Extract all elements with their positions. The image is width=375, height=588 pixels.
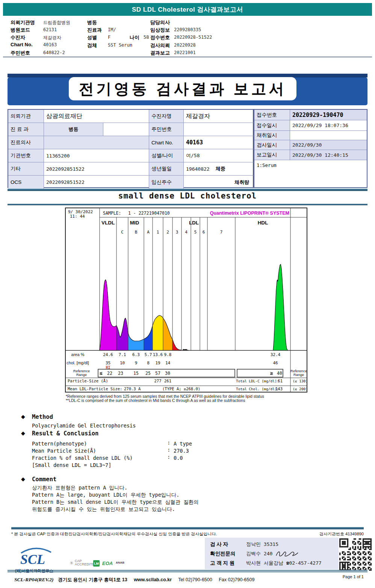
page-number: Page 1 of 1 xyxy=(343,574,364,579)
diamond-icon: ◆ xyxy=(21,476,25,482)
footer-rule xyxy=(8,571,367,572)
band-fill-LDL-2 xyxy=(163,318,172,350)
signer-label: 고 객 지 원 xyxy=(210,560,246,567)
lab-number-label: 검사기관번호 xyxy=(319,532,344,536)
signer-value: 김백수 240 xyxy=(246,550,272,557)
area-row-label: area % xyxy=(71,352,85,357)
result-note: [Small dense LDL = LDL3~7] xyxy=(32,462,111,468)
signature xyxy=(275,549,299,558)
comment-line: Pattern B는 small dense LDL이 우세한 type으로 심… xyxy=(32,499,199,506)
chart-frame xyxy=(65,208,307,392)
scl-logo-graphic: SCL xyxy=(15,547,57,567)
band-label: 6 xyxy=(203,230,205,235)
footer-address-line: SCL-RP04(REV.2) 경기도 용인시 기흥구 흥덕1로 13 www.… xyxy=(14,577,254,583)
mean-size-type: (TYPE A; ≥268.0) xyxy=(162,386,200,391)
lm-icon: LM xyxy=(93,560,100,567)
method-heading: Method xyxy=(32,414,53,420)
ref-row-label: Range xyxy=(293,373,304,377)
chol-value: 35 xyxy=(106,361,110,365)
ref-value: 25 xyxy=(145,371,151,376)
lab-number-value: 41349890 xyxy=(345,532,364,536)
report-page: SD LDL Cholesterol 검사결과보고서 의뢰기관명드림종합병원병원… xyxy=(0,0,375,588)
ref-value: 57 xyxy=(155,371,160,376)
area-value: 7.1 xyxy=(119,352,126,357)
ref-value: 40 xyxy=(277,371,282,376)
result-row-label: Mean Particle Size(Å) xyxy=(32,448,96,454)
comment-heading: Comment xyxy=(32,476,56,483)
mean-size-value: 270.3 A xyxy=(124,386,141,391)
ref-prefix: ≥ xyxy=(270,370,273,376)
chol-value: 14 xyxy=(165,361,171,365)
footer-rule xyxy=(8,570,367,571)
flag-hi: HI xyxy=(106,365,110,370)
lab-number: 검사기관번호 41349890 xyxy=(319,531,364,537)
band-label: 5 xyxy=(194,230,197,235)
ref-value: 30 xyxy=(165,371,170,376)
lm-mark: LM xyxy=(93,560,100,567)
area-value: 32.4 xyxy=(271,352,281,357)
chol-value: 46 xyxy=(273,361,278,365)
method-body: Polyacrylamide Gel Electrophoresis xyxy=(32,423,136,429)
chol-row-label: chol. [mg/dl] xyxy=(67,361,89,365)
group-label: VLDL xyxy=(101,220,115,226)
result-heading: Result & Conclusion xyxy=(32,430,98,437)
result-row-label: Pattern(phenotype) xyxy=(32,441,87,447)
result-row-value: 270.3 xyxy=(174,448,189,454)
band-label: C xyxy=(121,230,124,235)
comment-line: 위험도를 증가시킬 수 있는 위험인자로 보고되고 있습니다. xyxy=(32,506,175,513)
qr-code xyxy=(339,538,372,572)
ref-value: 23 xyxy=(118,371,123,376)
ref-row-label: Range xyxy=(76,373,87,377)
signer-value: 박사현 서울강남 ☎02-457-4277 xyxy=(246,560,322,567)
scl-org-name: (재)서울의과학연구소 xyxy=(15,568,57,574)
total-chol-label: Total Chol. [mg/dl]: xyxy=(236,387,279,391)
mean-size-label: Mean LDL-Particle Size: xyxy=(68,386,122,391)
signer-label: 확인전문의 xyxy=(210,550,246,557)
particle-size-value: 277 xyxy=(154,379,162,383)
signer-row: 검 사 자 정낙민 35315 xyxy=(210,540,339,549)
anab-mark: ANAB xyxy=(116,561,124,564)
band-label: 4 xyxy=(185,230,188,235)
sample-id: 1 - 227219047010 xyxy=(128,211,170,216)
result-row-label: Fraction % of small dense LDL (%) xyxy=(32,455,133,461)
lab-tel: Tel 02)790-6500 xyxy=(178,577,212,582)
result-colon: : xyxy=(167,439,170,446)
sample-label: SAMPLE: xyxy=(103,211,121,216)
band-fill-MID-B xyxy=(128,333,144,350)
diamond-icon: ◆ xyxy=(21,430,25,436)
chol-value: 8 xyxy=(147,361,150,365)
band-label: B xyxy=(135,230,138,235)
result-row-value: A type xyxy=(174,441,192,447)
band-label: 1 xyxy=(157,230,159,235)
band-label: 7 xyxy=(220,230,223,235)
signer-panel: 검 사 자 정낙민 35315 확인전문의 김백수 240 고 객 지 원 박사… xyxy=(205,538,339,569)
area-value: 24.6 xyxy=(103,352,113,357)
chol-value: 10 xyxy=(120,361,125,365)
chol-value: 9 xyxy=(135,361,138,365)
area-value: 6.3 xyxy=(132,352,140,357)
area-value: 13.6 xyxy=(153,352,163,357)
eoa-text: EOA xyxy=(102,561,113,566)
result-colon: : xyxy=(167,454,170,460)
group-label: HDL xyxy=(258,220,268,226)
system-brand: Quantimetrix LIPOPRINT® SYSTEM xyxy=(210,211,289,216)
accreditation-note: * 본 검사실은 CAP 인증과 대한진단검사의학회/진단검사의학재단의 우수검… xyxy=(11,531,217,537)
chart-footnote-2: **LDL-C is comprised of the sum of chole… xyxy=(66,398,245,403)
band-label: 2 xyxy=(166,230,169,235)
chol-value: 19 xyxy=(155,361,160,365)
total-chol-value: 143 xyxy=(275,386,283,391)
ref-value: 15 xyxy=(133,371,139,376)
total-chol-ref: (≤ 200) xyxy=(293,387,308,391)
reference-box xyxy=(237,369,283,377)
band-label: 3 xyxy=(176,230,178,235)
separator-bar xyxy=(11,527,364,529)
signer-row: 고 객 지 원 박사현 서울강남 ☎02-457-4277 xyxy=(210,558,339,568)
run-time: 11: 44 xyxy=(70,214,85,219)
doc-code: SCL-RP04(REV.2) xyxy=(14,577,53,582)
scl-logo-text: SCL xyxy=(20,552,45,567)
total-ldl-ref: (≤ 130) xyxy=(293,379,308,383)
cap-icon: ✳ xyxy=(70,560,74,566)
ref-prefix: ≤ xyxy=(100,370,103,376)
particle-row-label: Particle-Size (Å) xyxy=(68,379,108,383)
result-row-value: 0.0 xyxy=(174,455,183,461)
